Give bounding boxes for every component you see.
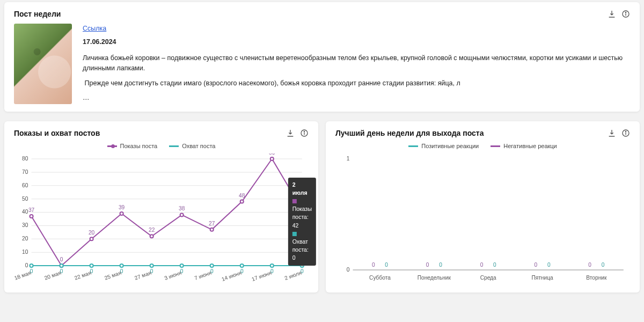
svg-text:20: 20 (22, 236, 28, 241)
svg-point-32 (240, 200, 244, 203)
svg-point-30 (180, 213, 184, 216)
info-icon[interactable] (621, 10, 630, 18)
svg-text:30: 30 (22, 222, 28, 228)
svg-text:38: 38 (179, 206, 185, 212)
svg-point-5 (304, 131, 304, 132)
chart1-legend: Показы поста Охват поста (14, 143, 309, 149)
best-day-card: Лучший день недели для выхода поста Пози… (326, 121, 640, 292)
legend-item-views[interactable]: Показы поста (107, 143, 158, 149)
svg-text:27: 27 (209, 221, 215, 226)
svg-text:39: 39 (119, 204, 125, 210)
svg-point-28 (120, 212, 123, 215)
svg-text:40: 40 (22, 209, 28, 215)
svg-text:1: 1 (347, 156, 350, 162)
chart2-legend: Позитивные реакции Негативные реакци (335, 143, 630, 149)
svg-text:Суббота: Суббота (369, 275, 391, 281)
svg-point-29 (150, 235, 153, 238)
svg-point-38 (120, 264, 123, 267)
svg-text:37: 37 (28, 207, 35, 213)
svg-text:0: 0 (534, 262, 537, 268)
card-title: Показы и охват постов (14, 129, 100, 137)
svg-text:70: 70 (22, 169, 28, 175)
svg-point-34 (301, 208, 304, 211)
svg-point-42 (240, 264, 244, 267)
svg-text:42: 42 (299, 201, 305, 207)
svg-point-25 (30, 215, 33, 218)
svg-text:25 мая: 25 мая (104, 270, 122, 281)
svg-point-36 (60, 264, 63, 267)
svg-text:48: 48 (239, 193, 245, 199)
download-icon[interactable] (608, 10, 616, 18)
card-header: Показы и охват постов (14, 129, 309, 137)
svg-point-41 (210, 264, 214, 267)
info-icon[interactable] (621, 129, 630, 137)
svg-text:80: 80 (269, 153, 275, 156)
svg-text:0: 0 (347, 267, 350, 273)
card-title: Пост недели (14, 10, 61, 18)
legend-item-reach[interactable]: Охват поста (169, 143, 215, 149)
post-paragraph-2: ⁣⁣⁣⁣⁣ Прежде чем достигнуть стадии имаго… (83, 78, 630, 89)
legend-label: Позитивные реакции (421, 143, 479, 149)
svg-point-31 (210, 228, 214, 231)
svg-point-27 (90, 237, 93, 240)
legend-label: Негативные реакци (503, 143, 557, 149)
svg-text:0: 0 (439, 262, 442, 268)
svg-text:18 мая: 18 мая (14, 270, 32, 281)
svg-point-37 (90, 264, 93, 267)
svg-point-77 (625, 131, 626, 132)
post-ellipsis: … (83, 93, 630, 103)
svg-text:22: 22 (149, 227, 155, 233)
chart1-area: 0102030405060708037020392238274880420000… (14, 153, 309, 285)
views-reach-card: Показы и охват постов Показы поста (4, 121, 318, 292)
svg-point-44 (301, 264, 304, 267)
svg-point-39 (150, 264, 153, 267)
svg-text:0: 0 (547, 262, 551, 268)
post-link[interactable]: Ссылка (83, 24, 106, 34)
svg-text:20: 20 (89, 230, 95, 236)
svg-text:0: 0 (602, 262, 605, 268)
post-body: Ссылка 17.06.2024 Личинка божьей коровки… (83, 24, 630, 104)
svg-text:Пятница: Пятница (531, 275, 553, 281)
svg-text:27 мая: 27 мая (134, 270, 152, 281)
svg-text:10: 10 (22, 249, 28, 255)
svg-text:0: 0 (25, 262, 28, 268)
svg-text:17 июня: 17 июня (251, 270, 272, 282)
svg-text:50: 50 (22, 196, 28, 202)
legend-item-positive[interactable]: Позитивные реакции (408, 143, 479, 149)
svg-text:0: 0 (372, 262, 375, 268)
svg-text:0: 0 (480, 262, 484, 268)
download-icon[interactable] (286, 129, 295, 137)
svg-point-2 (625, 12, 626, 13)
post-row: Ссылка 17.06.2024 Личинка божьей коровки… (14, 24, 630, 104)
post-paragraph-1: Личинка божьей коровки – подвижное сущес… (83, 53, 630, 74)
svg-point-43 (270, 264, 274, 267)
svg-text:22 мая: 22 мая (74, 270, 92, 281)
svg-text:0: 0 (426, 262, 429, 268)
card-header: Лучший день недели для выхода поста (335, 129, 630, 137)
svg-text:0: 0 (60, 257, 63, 262)
svg-text:Вторник: Вторник (586, 275, 607, 281)
svg-text:2 июля: 2 июля (284, 270, 303, 281)
download-icon[interactable] (608, 129, 616, 137)
svg-text:Понедельник: Понедельник (418, 275, 451, 281)
svg-text:0: 0 (385, 262, 388, 268)
legend-label: Охват поста (182, 143, 215, 149)
card-header: Пост недели (14, 10, 630, 18)
card-actions (286, 129, 309, 137)
svg-text:80: 80 (22, 156, 28, 162)
svg-point-40 (180, 264, 184, 267)
svg-text:60: 60 (22, 182, 28, 188)
card-title: Лучший день недели для выхода поста (335, 129, 484, 137)
legend-item-negative[interactable]: Негативные реакци (491, 143, 557, 149)
svg-text:Среда: Среда (480, 275, 496, 281)
post-date: 17.06.2024 (83, 37, 630, 47)
svg-text:0: 0 (588, 262, 591, 268)
svg-text:20 мая: 20 мая (43, 270, 62, 281)
info-icon[interactable] (300, 129, 309, 137)
svg-text:0: 0 (493, 262, 496, 268)
post-thumbnail[interactable] (14, 24, 72, 104)
svg-text:3 июня: 3 июня (164, 270, 182, 281)
card-actions (608, 10, 630, 18)
post-of-week-card: Пост недели Ссылка 17.06.2024 Личинка бо… (4, 2, 640, 112)
legend-label: Показы поста (120, 143, 158, 149)
